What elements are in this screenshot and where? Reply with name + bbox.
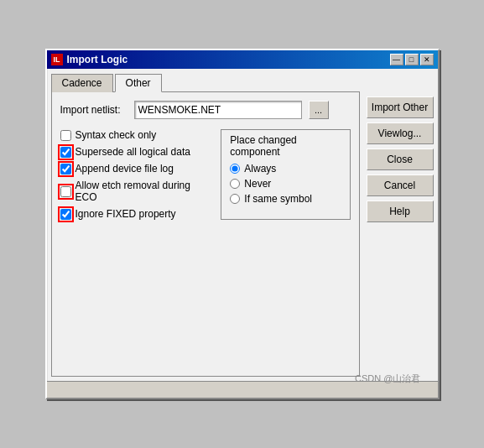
- right-panel: Import Other Viewlog... Close Cancel Hel…: [367, 73, 434, 377]
- main-window: IL Import Logic — □ ✕ Cadence Other Impo…: [45, 49, 440, 399]
- help-button[interactable]: Help: [367, 201, 434, 222]
- checkbox-syntax-check[interactable]: [60, 130, 71, 141]
- checkbox-label-allow-etch: Allow etch removal during ECO: [75, 180, 205, 203]
- radio-if-same-symbol[interactable]: [230, 194, 240, 204]
- netlist-input[interactable]: [134, 101, 302, 119]
- window-title: Import Logic: [67, 54, 128, 65]
- viewlog-button[interactable]: Viewlog...: [367, 122, 434, 144]
- status-bar: [47, 381, 438, 398]
- browse-button[interactable]: ...: [309, 101, 329, 119]
- checkbox-allow-etch[interactable]: [60, 186, 71, 197]
- checkbox-row-allow-etch: Allow etch removal during ECO: [60, 180, 205, 203]
- options-area: Syntax check only Supersede all logical …: [60, 129, 351, 220]
- checkbox-append-device[interactable]: [60, 164, 71, 175]
- tab-cadence[interactable]: Cadence: [51, 74, 113, 92]
- checkbox-label-syntax: Syntax check only: [75, 129, 157, 141]
- left-panel: Cadence Other Import netlist: ...: [51, 73, 360, 377]
- place-group-title: Place changed component: [230, 134, 341, 158]
- cancel-button[interactable]: Cancel: [367, 175, 434, 196]
- checkbox-row-ignore-fixed: Ignore FIXED property: [60, 208, 205, 220]
- checkbox-label-ignore-fixed: Ignore FIXED property: [75, 208, 176, 220]
- checkbox-label-append: Append device file log: [75, 163, 174, 175]
- title-buttons: — □ ✕: [390, 54, 434, 65]
- checkboxes-col: Syntax check only Supersede all logical …: [60, 129, 205, 220]
- window-content: Cadence Other Import netlist: ...: [47, 69, 438, 381]
- checkbox-row-supersede: Supersede all logical data: [60, 146, 205, 158]
- radio-label-if-same: If same symbol: [244, 193, 312, 205]
- tab-bar: Cadence Other: [51, 73, 360, 91]
- place-group: Place changed component Always Never If …: [221, 129, 350, 220]
- radio-row-never: Never: [230, 178, 341, 190]
- title-bar-left: IL Import Logic: [51, 54, 128, 65]
- title-bar: IL Import Logic — □ ✕: [47, 50, 438, 69]
- checkbox-row-syntax: Syntax check only: [60, 129, 205, 141]
- radio-row-always: Always: [230, 163, 341, 175]
- radio-row-if-same: If same symbol: [230, 193, 341, 205]
- radio-label-never: Never: [244, 178, 271, 190]
- checkbox-row-append: Append device file log: [60, 163, 205, 175]
- close-button[interactable]: ✕: [420, 54, 434, 65]
- tab-other[interactable]: Other: [115, 74, 162, 92]
- checkbox-supersede-logical[interactable]: [60, 147, 71, 158]
- app-icon: IL: [51, 54, 63, 65]
- radio-always[interactable]: [230, 164, 240, 174]
- import-other-button[interactable]: Import Other: [367, 96, 434, 118]
- radio-label-always: Always: [244, 163, 276, 175]
- radio-never[interactable]: [230, 179, 240, 189]
- import-netlist-row: Import netlist: ...: [60, 101, 351, 119]
- maximize-button[interactable]: □: [405, 54, 419, 65]
- tab-panel-other: Import netlist: ... Syntax check only: [51, 91, 360, 377]
- close-dialog-button[interactable]: Close: [367, 148, 434, 170]
- checkbox-label-supersede: Supersede all logical data: [75, 146, 190, 158]
- minimize-button[interactable]: —: [390, 54, 403, 65]
- import-netlist-label: Import netlist:: [60, 104, 128, 116]
- checkbox-ignore-fixed[interactable]: [60, 209, 71, 220]
